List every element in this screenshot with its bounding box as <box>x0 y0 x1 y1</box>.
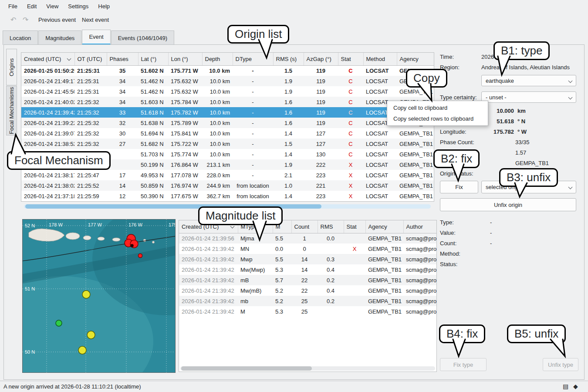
origin-cell[interactable]: 51.462 N <box>138 86 168 97</box>
magnitude-cell[interactable] <box>344 306 365 317</box>
magnitude-cell[interactable]: scmag@pro <box>403 264 437 275</box>
column-header[interactable]: Created (UTC) <box>21 53 74 65</box>
menu-edit[interactable]: Edit <box>22 1 41 12</box>
origin-cell[interactable]: 1.9 <box>273 86 304 97</box>
epicenter-marker[interactable] <box>139 254 142 258</box>
column-header[interactable]: Author <box>403 220 437 233</box>
origin-cell[interactable]: 12 <box>107 191 138 201</box>
origin-cell[interactable]: 10.0 km <box>202 139 233 149</box>
magnitude-cell[interactable] <box>344 264 365 275</box>
origin-cell[interactable]: 175.632 W <box>168 86 202 97</box>
origin-cell[interactable]: 175.782 W <box>168 107 202 118</box>
origin-cell[interactable]: 49.953 N <box>138 170 168 180</box>
magnitude-cell[interactable]: scmag@pro <box>403 243 437 254</box>
origin-cell[interactable]: GEMPA_TB1 <box>397 180 434 191</box>
origin-cell[interactable]: from location <box>233 180 273 191</box>
magnitude-cell[interactable]: 2026-01-24 21:39:42 <box>179 296 238 306</box>
column-header[interactable]: OT (UTC) <box>74 53 107 65</box>
origin-cell[interactable]: GEMPA_TB1 <box>397 149 434 159</box>
origin-cell[interactable]: GEMPA_TB1 <box>397 128 434 139</box>
origin-cell[interactable]: 2026-01-24 21:39:22 <box>21 118 74 128</box>
magnitude-cell[interactable]: GEMPA_TB1 <box>365 254 403 264</box>
origin-cell[interactable]: 14 <box>107 180 138 191</box>
column-header[interactable]: Stat <box>338 53 363 65</box>
magnitude-cell[interactable]: Mw(Mwp) <box>238 264 273 275</box>
epicenter-marker[interactable] <box>56 320 62 326</box>
origin-cell[interactable]: 2026-01-24 21:45:50 <box>21 86 74 97</box>
magnitude-cell[interactable]: mb <box>238 296 273 306</box>
origin-cell[interactable]: - <box>233 76 273 86</box>
origin-cell[interactable] <box>107 149 138 159</box>
magnitude-cell[interactable]: scmag@pro <box>403 306 437 317</box>
origin-cell[interactable]: 362.7 km <box>202 191 233 201</box>
magnitude-cell[interactable]: 1 <box>291 233 318 243</box>
origin-cell[interactable]: 119 <box>304 118 338 128</box>
origin-cell[interactable]: 221 <box>304 180 338 191</box>
magnitude-cell[interactable]: 2026-01-24 21:39:42 <box>179 254 238 264</box>
origin-cell[interactable]: 2026-01-24 21:37:18 <box>21 191 74 201</box>
magnitude-cell[interactable] <box>344 233 365 243</box>
origin-cell[interactable]: 51.703 N <box>138 149 168 159</box>
origin-cell[interactable]: 10.0 km <box>202 86 233 97</box>
origin-cell[interactable]: 1.4 <box>273 191 304 201</box>
origin-row[interactable]: 2026-01-24 21:45:5021:25:313451.462 N175… <box>21 86 434 97</box>
origin-cell[interactable]: 10.0 km <box>202 107 233 118</box>
magnitude-cell[interactable]: scmag@pro <box>403 254 437 264</box>
origin-cell[interactable]: 51.462 N <box>138 76 168 86</box>
column-header[interactable]: Lat (°) <box>138 53 168 65</box>
origin-cell[interactable]: 175.789 W <box>168 118 202 128</box>
column-header[interactable]: Phases <box>107 53 138 65</box>
magnitude-row[interactable]: 2026-01-24 21:39:56Mjma5.510.0GEMPA_TB1s… <box>179 233 437 243</box>
origin-cell[interactable]: 1.9 <box>273 159 304 170</box>
epicenter-marker[interactable] <box>78 346 86 354</box>
magnitude-cell[interactable]: GEMPA_TB1 <box>365 296 403 306</box>
origin-cell[interactable]: - <box>233 118 273 128</box>
origin-cell[interactable]: GEMPA_TB1 <box>397 159 434 170</box>
epicenter-marker[interactable] <box>131 244 133 247</box>
type-certainty-select[interactable]: - unset - <box>481 91 576 103</box>
magnitude-cell[interactable]: 2026-01-24 21:39:42 <box>179 285 238 296</box>
origin-cell[interactable]: 1.6 <box>273 118 304 128</box>
origin-cell[interactable]: 127 <box>304 139 338 149</box>
connection-status-icon[interactable]: ◆ <box>573 383 578 390</box>
magnitude-cell[interactable]: scmag@pro <box>403 296 437 306</box>
origin-cell[interactable]: 222 <box>304 159 338 170</box>
magnitude-cell[interactable]: 5.3 <box>273 264 291 275</box>
origin-cell[interactable]: X <box>338 191 363 201</box>
origin-cell[interactable]: C <box>338 86 363 97</box>
origin-cell[interactable]: 175.722 W <box>168 139 202 149</box>
magnitude-cell[interactable]: GEMPA_TB1 <box>365 243 403 254</box>
origin-map[interactable]: 52 N 51 N 50 N 178 W 177 W 176 W 175 <box>22 219 176 373</box>
origin-cell[interactable]: 33 <box>107 107 138 118</box>
origin-cell[interactable]: 175.784 W <box>168 97 202 107</box>
origin-cell[interactable]: GEMPA_TB1 <box>397 86 434 97</box>
origin-cell[interactable]: - <box>233 86 273 97</box>
origin-cell[interactable]: C <box>338 149 363 159</box>
origin-cell[interactable]: 21:25:52 <box>74 180 107 191</box>
origin-cell[interactable]: 176.974 W <box>168 180 202 191</box>
magnitude-row[interactable]: 2026-01-24 21:39:42mb5.2250.2GEMPA_TB1sc… <box>179 296 437 306</box>
origin-cell[interactable]: C <box>338 128 363 139</box>
origin-cell[interactable]: C <box>338 97 363 107</box>
magnitude-cell[interactable]: 14 <box>291 264 318 275</box>
origin-cell[interactable]: 27 <box>107 139 138 149</box>
origin-cell[interactable]: LOCSAT <box>363 159 397 170</box>
origin-row[interactable]: 2026-01-24 21:38:5221:25:322751.682 N175… <box>21 139 434 149</box>
origin-row[interactable]: 2026-01-25 01:50:2921:25:313551.602 N175… <box>21 65 434 76</box>
origin-cell[interactable]: 17 <box>107 170 138 180</box>
origin-cell[interactable]: C <box>338 76 363 86</box>
origin-cell[interactable]: 10.0 km <box>202 65 233 76</box>
origin-cell[interactable]: - <box>233 65 273 76</box>
origin-cell[interactable]: LOCSAT <box>363 149 397 159</box>
magnitude-cell[interactable] <box>318 306 344 317</box>
menu-item-copy-rows[interactable]: Copy selected rows to clipboard <box>387 113 488 124</box>
magnitude-cell[interactable]: scmag@pro <box>403 275 437 285</box>
origin-cell[interactable]: 21:25:32 <box>74 139 107 149</box>
origin-cell[interactable]: 2.1 <box>273 170 304 180</box>
origin-cell[interactable]: 51.682 N <box>138 139 168 149</box>
magnitude-cell[interactable]: scmag@pro <box>403 233 437 243</box>
origin-cell[interactable]: LOCSAT <box>363 180 397 191</box>
origin-cell[interactable]: 1.6 <box>273 107 304 118</box>
origin-cell[interactable]: LOCSAT <box>363 191 397 201</box>
magnitude-cell[interactable]: 0.0 <box>318 233 344 243</box>
